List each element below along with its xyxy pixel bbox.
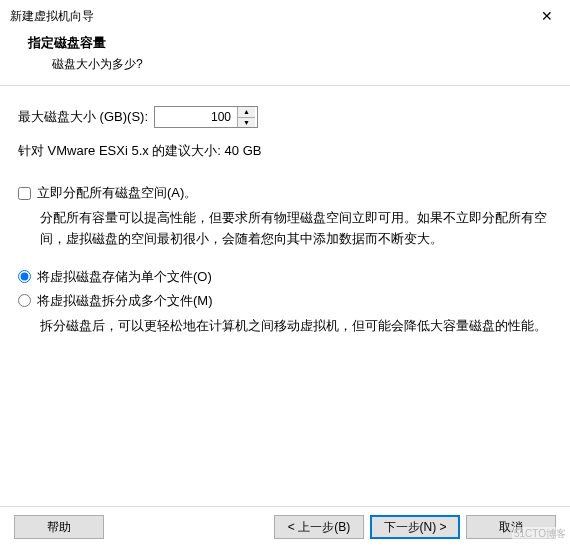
page-subheading: 磁盘大小为多少? [28, 56, 560, 73]
allocate-now-label: 立即分配所有磁盘空间(A)。 [37, 184, 197, 202]
disk-size-input[interactable] [155, 107, 237, 127]
allocate-now-checkbox[interactable] [18, 187, 31, 200]
spinner-up-icon[interactable]: ▲ [238, 107, 255, 118]
store-split-row[interactable]: 将虚拟磁盘拆分成多个文件(M) [18, 292, 552, 310]
next-button[interactable]: 下一步(N) > [370, 515, 460, 539]
cancel-button[interactable]: 取消 [466, 515, 556, 539]
allocate-now-row[interactable]: 立即分配所有磁盘空间(A)。 [18, 184, 552, 202]
wizard-header: 指定磁盘容量 磁盘大小为多少? [0, 30, 570, 85]
close-icon[interactable]: ✕ [532, 8, 562, 24]
store-block: 将虚拟磁盘存储为单个文件(O) 将虚拟磁盘拆分成多个文件(M) 拆分磁盘后，可以… [18, 268, 552, 337]
allocate-now-desc: 分配所有容量可以提高性能，但要求所有物理磁盘空间立即可用。如果不立即分配所有空间… [18, 208, 552, 250]
spinner-buttons: ▲ ▼ [237, 107, 255, 127]
spinner-down-icon[interactable]: ▼ [238, 118, 255, 128]
back-button[interactable]: < 上一步(B) [274, 515, 364, 539]
store-split-radio[interactable] [18, 294, 31, 307]
content-area: 最大磁盘大小 (GB)(S): ▲ ▼ 针对 VMware ESXi 5.x 的… [0, 86, 570, 364]
allocate-block: 立即分配所有磁盘空间(A)。 分配所有容量可以提高性能，但要求所有物理磁盘空间立… [18, 184, 552, 250]
titlebar: 新建虚拟机向导 ✕ [0, 0, 570, 30]
disk-size-row: 最大磁盘大小 (GB)(S): ▲ ▼ [18, 106, 552, 128]
page-heading: 指定磁盘容量 [28, 34, 560, 52]
help-button[interactable]: 帮助 [14, 515, 104, 539]
store-split-label: 将虚拟磁盘拆分成多个文件(M) [37, 292, 213, 310]
store-single-label: 将虚拟磁盘存储为单个文件(O) [37, 268, 212, 286]
recommended-size-text: 针对 VMware ESXi 5.x 的建议大小: 40 GB [18, 142, 552, 160]
window-title: 新建虚拟机向导 [10, 8, 94, 25]
footer: 帮助 < 上一步(B) 下一步(N) > 取消 [0, 506, 570, 551]
store-single-radio[interactable] [18, 270, 31, 283]
disk-size-spinner[interactable]: ▲ ▼ [154, 106, 258, 128]
store-split-desc: 拆分磁盘后，可以更轻松地在计算机之间移动虚拟机，但可能会降低大容量磁盘的性能。 [18, 316, 552, 337]
disk-size-label: 最大磁盘大小 (GB)(S): [18, 108, 148, 126]
store-single-row[interactable]: 将虚拟磁盘存储为单个文件(O) [18, 268, 552, 286]
